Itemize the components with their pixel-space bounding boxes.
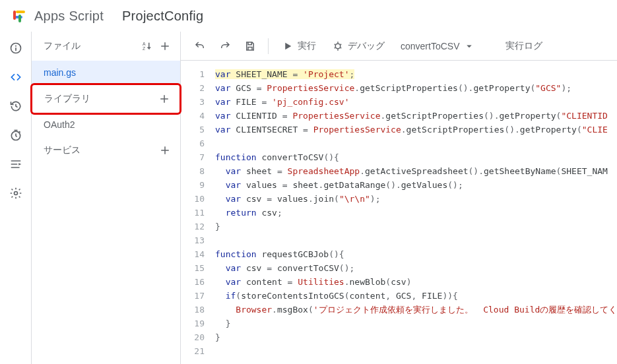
libraries-label: ライブラリ bbox=[44, 93, 90, 105]
function-select[interactable]: convertToCSV bbox=[394, 36, 482, 56]
run-label: 実行 bbox=[298, 40, 316, 52]
function-name: convertToCSV bbox=[401, 41, 459, 51]
svg-point-4 bbox=[14, 192, 17, 195]
toolbar-separator bbox=[268, 38, 269, 54]
file-item-main[interactable]: main.gs bbox=[32, 61, 180, 84]
line-gutter: 123456789101112131415161718192021 bbox=[181, 61, 212, 364]
brand-name: Apps Script bbox=[34, 9, 104, 24]
library-item-oauth2[interactable]: OAuth2 bbox=[32, 113, 180, 136]
callout-highlight: ライブラリ bbox=[30, 83, 181, 115]
editor-icon[interactable] bbox=[9, 70, 23, 84]
add-service-icon[interactable] bbox=[159, 144, 171, 156]
apps-script-logo bbox=[11, 8, 26, 24]
libraries-header: ライブラリ bbox=[32, 85, 179, 113]
project-name: ProjectConfig bbox=[122, 9, 203, 24]
sort-icon[interactable]: AZ bbox=[141, 40, 152, 52]
files-label: ファイル bbox=[44, 40, 81, 52]
editor-toolbar: 実行 デバッグ convertToCSV 実行ログ bbox=[181, 32, 617, 61]
history-icon[interactable] bbox=[9, 99, 23, 113]
svg-point-1 bbox=[15, 46, 16, 47]
save-button[interactable] bbox=[239, 36, 261, 56]
nav-rail bbox=[0, 32, 32, 364]
editor-pane: 実行 デバッグ convertToCSV 実行ログ 12345678910111… bbox=[181, 32, 617, 364]
settings-icon[interactable] bbox=[9, 186, 23, 200]
svg-point-7 bbox=[335, 44, 341, 49]
svg-text:A: A bbox=[143, 42, 146, 46]
triggers-icon[interactable] bbox=[9, 128, 23, 142]
redo-button[interactable] bbox=[214, 36, 236, 56]
files-header: ファイル AZ bbox=[32, 32, 180, 61]
overview-icon[interactable] bbox=[9, 41, 23, 55]
debug-label: デバッグ bbox=[348, 40, 385, 52]
svg-rect-2 bbox=[15, 47, 16, 51]
code-editor[interactable]: 123456789101112131415161718192021 var SH… bbox=[181, 61, 617, 364]
code-content[interactable]: var SHEET_NAME = 'Project';var GCS = Pro… bbox=[212, 61, 617, 364]
execution-log-button[interactable]: 実行ログ bbox=[499, 36, 549, 56]
services-label: サービス bbox=[44, 144, 81, 156]
undo-button[interactable] bbox=[189, 36, 211, 56]
debug-button[interactable]: デバッグ bbox=[325, 36, 391, 56]
services-header: サービス bbox=[32, 136, 180, 165]
add-library-icon[interactable] bbox=[158, 93, 170, 105]
executions-icon[interactable] bbox=[9, 157, 23, 171]
app-header: Apps Script ProjectConfig bbox=[0, 0, 617, 32]
add-file-icon[interactable] bbox=[159, 40, 171, 52]
sidebar: ファイル AZ main.gs ライブラリ OAuth2 サービス bbox=[32, 32, 181, 364]
run-button[interactable]: 実行 bbox=[275, 36, 323, 56]
svg-text:Z: Z bbox=[143, 46, 145, 51]
